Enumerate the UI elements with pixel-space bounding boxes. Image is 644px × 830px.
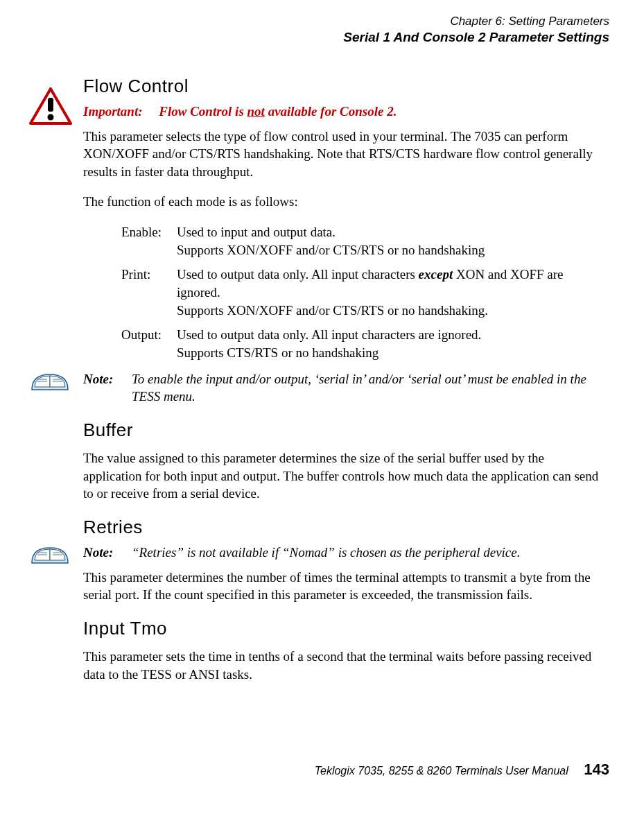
note-text: To enable the input and/or output, ‘seri… — [132, 372, 586, 404]
page-footer: Teklogix 7035, 8255 & 8260 Terminals Use… — [35, 759, 609, 780]
page-number: 143 — [584, 761, 609, 778]
chapter-label: Chapter 6: Setting Parameters — [35, 14, 609, 29]
heading-buffer: Buffer — [83, 418, 602, 442]
important-text-not: not — [247, 104, 265, 119]
input-para: This parameter sets the time in tenths o… — [83, 648, 602, 683]
mode-print: Print: Used to output data only. All inp… — [121, 266, 602, 319]
page-header: Chapter 6: Setting Parameters Serial 1 A… — [35, 14, 609, 46]
book-icon — [29, 368, 72, 395]
buffer-para: The value assigned to this parameter det… — [83, 449, 602, 503]
heading-input-tmo: Input Tmo — [83, 616, 602, 641]
page-content: Flow Control Important: Flow Control is … — [83, 74, 602, 683]
important-label: Important: — [83, 104, 143, 119]
flow-para2: The function of each mode is as follows: — [83, 193, 602, 211]
svg-rect-1 — [48, 98, 53, 112]
note-label: Note: — [83, 545, 113, 560]
mode-line: Used to output data only. All input char… — [177, 267, 419, 282]
mode-label: Output: — [121, 326, 177, 361]
mode-list: Enable: Used to input and output data. S… — [121, 223, 602, 361]
important-text-pre: Flow Control is — [159, 104, 247, 119]
retries-para: This parameter determines the number of … — [83, 569, 602, 604]
mode-line: Supports XON/XOFF and/or CTS/RTS or no h… — [177, 303, 488, 318]
mode-output: Output: Used to output data only. All in… — [121, 326, 602, 361]
warning-icon — [29, 87, 72, 126]
note-block-retries: Note: “Retries” is not available if “Nom… — [83, 544, 602, 562]
svg-point-2 — [48, 114, 54, 120]
flow-para1: This parameter selects the type of flow … — [83, 128, 602, 181]
important-block: Important: Flow Control is not available… — [83, 103, 602, 121]
mode-line: Used to input and output data. — [177, 225, 336, 239]
note-text: “Retries” is not available if “Nomad” is… — [132, 545, 520, 560]
mode-label: Print: — [121, 266, 177, 319]
mode-line: Supports XON/XOFF and/or CTS/RTS or no h… — [177, 243, 485, 257]
important-text-post: available for Console 2. — [265, 104, 397, 119]
note-label: Note: — [83, 372, 113, 386]
book-icon — [29, 541, 72, 569]
mode-except: except — [419, 267, 453, 282]
note-block-flow: Note: To enable the input and/or output,… — [83, 370, 602, 406]
heading-retries: Retries — [83, 515, 602, 539]
section-title: Serial 1 And Console 2 Parameter Setting… — [35, 29, 609, 46]
heading-flow-control: Flow Control — [83, 74, 602, 98]
mode-label: Enable: — [121, 223, 177, 259]
mode-line: Supports CTS/RTS or no handshaking — [177, 345, 378, 360]
mode-enable: Enable: Used to input and output data. S… — [121, 223, 602, 259]
manual-title: Teklogix 7035, 8255 & 8260 Terminals Use… — [315, 765, 568, 777]
mode-line: Used to output data only. All input char… — [177, 327, 481, 342]
